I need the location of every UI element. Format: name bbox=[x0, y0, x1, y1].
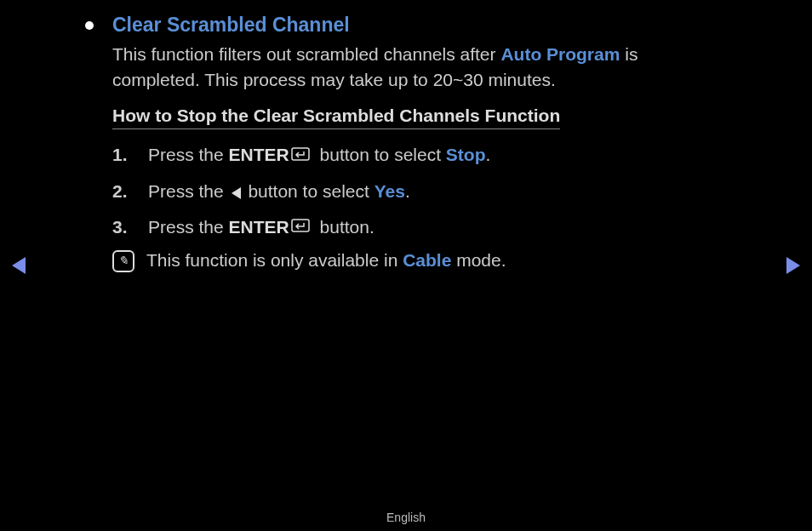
note-icon: ✎ bbox=[112, 250, 134, 272]
enter-icon bbox=[291, 143, 313, 170]
title-row: Clear Scrambled Channel bbox=[85, 14, 727, 37]
nav-left-arrow[interactable] bbox=[12, 257, 26, 274]
note-text: This function is only available in Cable… bbox=[146, 250, 506, 271]
desc-part1: This function filters out scrambled chan… bbox=[112, 44, 500, 64]
description: This function filters out scrambled chan… bbox=[112, 42, 727, 94]
note-pre: This function is only available in bbox=[146, 250, 403, 270]
step-1: 1. Press the ENTER button to select Stop… bbox=[112, 141, 727, 169]
page-title: Clear Scrambled Channel bbox=[112, 14, 350, 37]
section-heading: How to Stop the Clear Scrambled Channels… bbox=[112, 106, 560, 129]
nav-right-arrow[interactable] bbox=[786, 257, 800, 274]
main-content: Clear Scrambled Channel This function fi… bbox=[0, 0, 812, 272]
step-end: . bbox=[405, 181, 410, 201]
enter-icon bbox=[291, 214, 313, 242]
svg-rect-1 bbox=[292, 220, 309, 231]
note-row: ✎ This function is only available in Cab… bbox=[112, 250, 727, 272]
step-end: . bbox=[486, 145, 491, 164]
enter-label: ENTER bbox=[229, 217, 289, 237]
step-hl: Stop bbox=[446, 145, 486, 164]
steps-list: 1. Press the ENTER button to select Stop… bbox=[112, 141, 727, 242]
step-text: Press the ENTER button. bbox=[148, 214, 375, 242]
step-mid: button to select bbox=[315, 145, 446, 164]
enter-label: ENTER bbox=[229, 145, 289, 164]
left-arrow-icon bbox=[232, 187, 241, 199]
step-end: button. bbox=[315, 217, 375, 237]
step-text: Press the button to select Yes. bbox=[148, 178, 410, 205]
svg-rect-0 bbox=[292, 148, 309, 160]
note-end: mode. bbox=[451, 250, 506, 270]
step-3: 3. Press the ENTER button. bbox=[112, 214, 727, 242]
bullet-icon bbox=[85, 21, 94, 30]
step-pre: Press the bbox=[148, 181, 229, 201]
step-hl: Yes bbox=[375, 181, 405, 201]
step-num: 2. bbox=[112, 178, 148, 205]
step-pre: Press the bbox=[148, 217, 229, 237]
step-num: 1. bbox=[112, 141, 148, 169]
note-hl: Cable bbox=[403, 250, 451, 270]
step-mid: button to select bbox=[243, 181, 375, 201]
step-2: 2. Press the button to select Yes. bbox=[112, 178, 727, 205]
step-num: 3. bbox=[112, 214, 148, 242]
footer-language: English bbox=[0, 511, 812, 524]
step-text: Press the ENTER button to select Stop. bbox=[148, 141, 490, 169]
step-pre: Press the bbox=[148, 145, 229, 164]
desc-auto-program: Auto Program bbox=[500, 44, 620, 64]
